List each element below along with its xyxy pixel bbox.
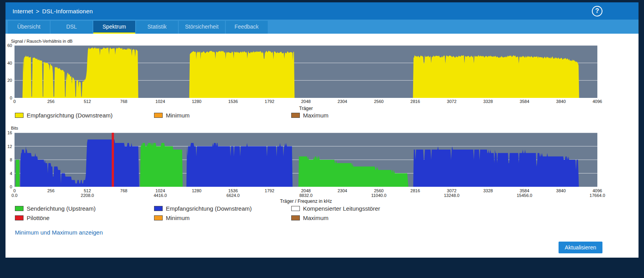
svg-text:2816: 2816 [410,188,420,193]
breadcrumb-section-internet[interactable]: Internet [13,8,33,14]
snr-chart-title: Signal / Rausch-Verhältnis in dB [11,39,639,43]
legend-item-maximum: Maximum [291,215,328,221]
question-mark-icon: ? [595,7,599,14]
svg-text:1280: 1280 [192,99,201,104]
tab-spektrum[interactable]: Spektrum [93,21,135,34]
app-window: Internet>DSL-Informationen ? Übersicht D… [5,2,639,258]
downstream-color-swatch [15,113,24,118]
legend-label: Minimum [166,215,190,221]
svg-text:1792: 1792 [265,99,274,104]
legend-label: Empfangsrichtung (Downstream) [166,205,252,212]
legend-item-downstream: Empfangsrichtung (Downstream) [154,205,291,212]
svg-text:2304: 2304 [337,188,347,193]
bits-chart-title: Bits [11,126,639,130]
legend-item-maximum: Maximum [291,112,328,119]
svg-text:3328: 3328 [483,99,493,104]
tab-feedback[interactable]: Feedback [226,21,268,34]
svg-text:1024: 1024 [156,188,165,193]
main-content: Signal / Rausch-Verhältnis in dB 0204060… [5,34,639,258]
bits-legend-row2: Pilottöne Minimum Maximum [15,215,639,221]
svg-text:2560: 2560 [374,188,383,193]
page-title: DSL-Informationen [42,8,93,14]
snr-legend: Empfangsrichtung (Downstream) Minimum Ma… [15,112,639,119]
svg-text:4416.0: 4416.0 [154,193,167,198]
breadcrumb: Internet>DSL-Informationen [13,8,93,14]
tab-uebersicht[interactable]: Übersicht [8,21,50,34]
svg-text:1024: 1024 [156,99,165,104]
svg-text:0: 0 [10,184,12,189]
svg-text:512: 512 [84,188,91,193]
bits-spectrum-chart: 0481216025651276810241280153617922048230… [5,131,609,204]
svg-text:17664.0: 17664.0 [590,193,605,198]
svg-text:768: 768 [120,99,127,104]
tab-bar: Übersicht DSL Spektrum Statistik Störsic… [5,20,639,34]
legend-label: Kompensierter Leitungsstörer [303,205,380,212]
svg-text:2048: 2048 [301,188,310,193]
svg-text:3584: 3584 [520,188,529,193]
svg-text:2816: 2816 [410,99,420,104]
svg-text:1536: 1536 [228,188,238,193]
tab-statistik[interactable]: Statistik [136,21,178,34]
svg-text:4096: 4096 [593,99,602,104]
legend-item-minimum: Minimum [154,215,291,221]
svg-text:8832.0: 8832.0 [299,193,313,198]
svg-text:768: 768 [120,188,127,193]
svg-text:3840: 3840 [556,99,566,104]
compensated-disturber-color-swatch [291,206,300,211]
svg-text:8: 8 [10,157,12,162]
tab-stoersicherheit[interactable]: Störsicherheit [179,21,225,34]
help-button[interactable]: ? [592,6,602,16]
svg-text:11040.0: 11040.0 [371,193,386,198]
button-row: Aktualisieren [5,242,602,253]
svg-text:2208.0: 2208.0 [81,193,94,198]
svg-text:2560: 2560 [374,99,383,104]
svg-text:Träger / Frequenz in kHz: Träger / Frequenz in kHz [280,199,332,204]
legend-label: Pilottöne [27,215,49,221]
svg-text:15456.0: 15456.0 [517,193,532,198]
refresh-button[interactable]: Aktualisieren [559,242,602,253]
minimum-color-swatch [154,113,163,118]
legend-item-kompensierter-leitungsstoerer: Kompensierter Leitungsstörer [291,205,380,212]
legend-label: Empfangsrichtung (Downstream) [27,112,112,119]
svg-text:256: 256 [47,99,54,104]
svg-text:1536: 1536 [228,99,238,104]
legend-label: Senderichtung (Upstream) [27,205,96,212]
svg-text:3072: 3072 [447,188,456,193]
header: Internet>DSL-Informationen ? [5,2,639,20]
legend-item-pilottoene: Pilottöne [15,215,154,221]
upstream-color-swatch [15,206,24,211]
legend-item-downstream: Empfangsrichtung (Downstream) [15,112,154,119]
show-min-max-link[interactable]: Minimum und Maximum anzeigen [15,229,103,236]
svg-text:256: 256 [47,188,54,193]
bits-legend-row1: Senderichtung (Upstream) Empfangsrichtun… [15,205,639,212]
svg-text:1280: 1280 [192,188,201,193]
svg-text:3072: 3072 [447,99,456,104]
svg-text:0: 0 [13,99,16,104]
svg-text:20: 20 [7,78,12,83]
svg-text:0: 0 [13,188,16,193]
svg-text:40: 40 [7,61,12,65]
legend-label: Maximum [303,215,328,221]
legend-label: Maximum [303,112,328,119]
svg-text:60: 60 [7,44,12,48]
svg-text:3584: 3584 [520,99,529,104]
maximum-color-swatch [291,215,300,220]
maximum-color-swatch [291,113,300,118]
svg-text:0.0: 0.0 [11,193,17,198]
downstream-color-swatch [154,206,163,211]
svg-text:3328: 3328 [483,188,493,193]
svg-text:512: 512 [84,99,91,104]
tab-dsl[interactable]: DSL [51,21,93,34]
svg-text:2048: 2048 [301,99,310,104]
legend-label: Minimum [166,112,190,119]
svg-text:6624.0: 6624.0 [227,193,240,198]
legend-item-upstream: Senderichtung (Upstream) [15,205,154,212]
svg-text:1792: 1792 [265,188,274,193]
snr-spectrum-chart: 0204060025651276810241280153617922048230… [5,44,609,111]
svg-text:4096: 4096 [593,188,602,193]
breadcrumb-separator: > [36,8,39,14]
legend-item-minimum: Minimum [154,112,291,119]
pilot-tones-color-swatch [15,215,24,220]
svg-text:2304: 2304 [337,99,347,104]
svg-text:3840: 3840 [556,188,566,193]
